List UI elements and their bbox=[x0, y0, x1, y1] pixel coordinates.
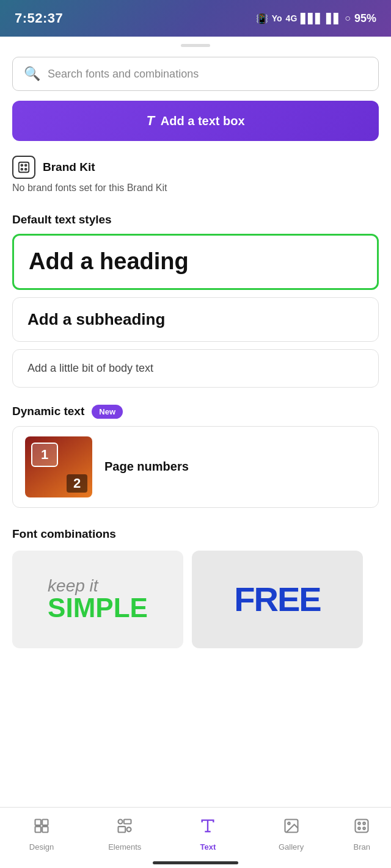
page-num-2: 2 bbox=[67, 474, 87, 493]
combo1-bottom-text: SIMPLE bbox=[48, 595, 148, 621]
add-textbox-label: Add a text box bbox=[161, 114, 245, 128]
svg-rect-10 bbox=[124, 820, 131, 824]
svg-rect-8 bbox=[42, 826, 48, 832]
svg-point-14 bbox=[288, 822, 290, 825]
subheading-card[interactable]: Add a subheading bbox=[12, 297, 379, 342]
svg-point-3 bbox=[21, 168, 23, 170]
font-combo-2[interactable]: FREE bbox=[192, 551, 363, 648]
svg-point-12 bbox=[127, 827, 131, 831]
nav-item-design[interactable]: Design bbox=[0, 815, 83, 854]
brand-kit-section: Brand Kit No brand fonts set for this Br… bbox=[0, 156, 391, 203]
dynamic-text-header: Dynamic text New bbox=[0, 400, 391, 426]
svg-point-9 bbox=[119, 820, 123, 824]
search-bar[interactable]: 🔍 Search fonts and combinations bbox=[12, 57, 379, 91]
add-textbox-button[interactable]: T Add a text box bbox=[12, 101, 379, 141]
heading-text: Add a heading bbox=[29, 248, 189, 274]
svg-point-4 bbox=[25, 168, 27, 170]
battery-percentage: 95% bbox=[354, 12, 376, 25]
home-indicator bbox=[153, 861, 238, 864]
4g-icon: 4G bbox=[286, 13, 298, 23]
search-container: 🔍 Search fonts and combinations bbox=[0, 52, 391, 101]
main-content: 🔍 Search fonts and combinations T Add a … bbox=[0, 37, 391, 818]
subheading-text: Add a subheading bbox=[27, 310, 165, 328]
signal-icon-1: ▋▋▋ bbox=[301, 13, 323, 24]
svg-rect-0 bbox=[19, 162, 29, 173]
nav-label-text: Text bbox=[200, 842, 216, 852]
body-text-card[interactable]: Add a little bit of body text bbox=[12, 349, 379, 388]
page-numbers-card[interactable]: 1 2 Page numbers bbox=[12, 426, 379, 508]
text-icon bbox=[199, 817, 216, 839]
gallery-icon bbox=[283, 817, 300, 839]
battery-icon: ○ bbox=[345, 13, 351, 24]
dynamic-text-section: Dynamic text New 1 2 Page numbers bbox=[0, 395, 391, 523]
combo2-text: FREE bbox=[234, 582, 320, 617]
nav-label-brand: Bran bbox=[354, 842, 370, 852]
search-icon: 🔍 bbox=[24, 66, 40, 82]
brand-kit-icon bbox=[12, 156, 35, 179]
nav-label-design: Design bbox=[29, 842, 54, 852]
page-num-1: 1 bbox=[31, 443, 58, 467]
font-combinations-section: Font combinations keep it SIMPLE FREE bbox=[0, 523, 391, 648]
svg-rect-11 bbox=[119, 826, 126, 832]
page-numbers-label: Page numbers bbox=[104, 460, 189, 474]
combo1-top-text: keep it bbox=[48, 577, 148, 595]
text-box-icon: T bbox=[146, 113, 154, 129]
handle-bar bbox=[0, 37, 391, 52]
nav-item-gallery[interactable]: Gallery bbox=[250, 815, 333, 854]
svg-point-16 bbox=[359, 822, 361, 825]
network-icon: Yo bbox=[272, 13, 282, 23]
design-icon bbox=[33, 817, 50, 839]
nav-label-elements: Elements bbox=[108, 842, 141, 852]
default-text-styles-title: Default text styles bbox=[0, 203, 391, 234]
svg-point-2 bbox=[25, 164, 27, 166]
new-badge: New bbox=[92, 405, 123, 419]
status-icons: 📳 Yo 4G ▋▋▋ ▋▋ ○ 95% bbox=[256, 12, 376, 25]
brand-kit-title: Brand Kit bbox=[43, 161, 95, 174]
page-numbers-thumbnail: 1 2 bbox=[25, 436, 92, 497]
bottom-nav: Design Elements Text bbox=[0, 807, 391, 868]
brand-kit-header: Brand Kit bbox=[12, 156, 379, 179]
heading-card[interactable]: Add a heading bbox=[12, 234, 379, 290]
nav-item-elements[interactable]: Elements bbox=[83, 815, 166, 854]
body-text: Add a little bit of body text bbox=[27, 362, 153, 374]
svg-point-19 bbox=[364, 827, 366, 830]
drag-handle bbox=[181, 44, 210, 47]
status-bar: 7:52:37 📳 Yo 4G ▋▋▋ ▋▋ ○ 95% bbox=[0, 0, 391, 37]
svg-point-18 bbox=[359, 827, 361, 830]
svg-rect-5 bbox=[35, 820, 41, 825]
nav-item-text[interactable]: Text bbox=[166, 815, 249, 854]
font-combinations-title: Font combinations bbox=[0, 523, 391, 551]
brand-icon bbox=[353, 817, 370, 839]
signal-icon-2: ▋▋ bbox=[326, 13, 341, 24]
svg-point-1 bbox=[21, 164, 23, 166]
search-input[interactable]: Search fonts and combinations bbox=[48, 68, 199, 81]
vibrate-icon: 📳 bbox=[256, 13, 268, 24]
nav-item-brand[interactable]: Bran bbox=[333, 815, 391, 854]
default-text-styles-section: Default text styles Add a heading Add a … bbox=[0, 203, 391, 388]
nav-label-gallery: Gallery bbox=[279, 842, 304, 852]
svg-rect-6 bbox=[42, 820, 48, 825]
status-time: 7:52:37 bbox=[15, 10, 63, 26]
svg-point-17 bbox=[364, 822, 366, 825]
dynamic-text-title: Dynamic text bbox=[12, 405, 84, 418]
font-combos-grid: keep it SIMPLE FREE bbox=[0, 551, 391, 648]
brand-kit-description: No brand fonts set for this Brand Kit bbox=[12, 183, 379, 193]
font-combo-1[interactable]: keep it SIMPLE bbox=[12, 551, 183, 648]
svg-rect-15 bbox=[356, 820, 368, 833]
elements-icon bbox=[116, 817, 133, 839]
svg-rect-7 bbox=[35, 826, 41, 832]
